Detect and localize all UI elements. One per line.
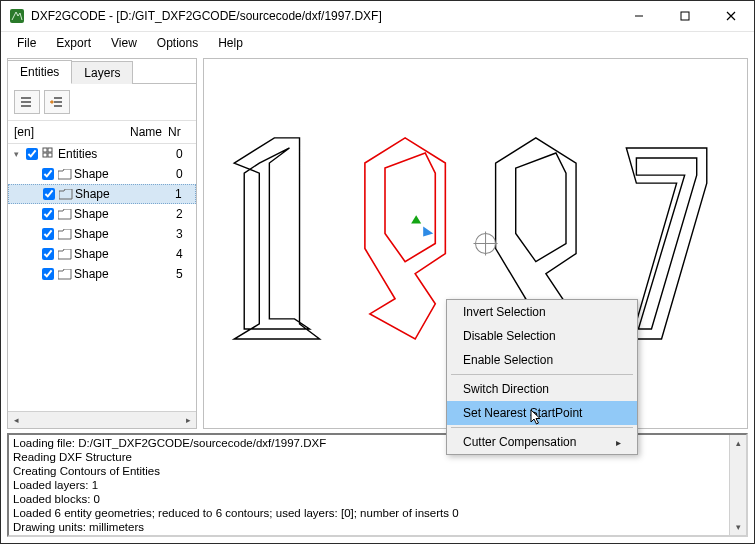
tree-nr: 0 [176, 147, 196, 161]
tree-label: Shape [74, 267, 176, 281]
svg-rect-2 [43, 148, 47, 152]
tree-nr: 0 [176, 167, 196, 181]
tree-nr: 3 [176, 227, 196, 241]
left-panel: Entities Layers [7, 58, 197, 429]
tree-expander-icon[interactable]: ▾ [14, 149, 26, 159]
window-title: DXF2GCODE - [D:/GIT_DXF2GCODE/sourcecode… [31, 9, 382, 23]
log-line: Loaded 6 entity geometries; reduced to 6… [13, 506, 725, 520]
tree-row-shape[interactable]: Shape 0 [8, 164, 196, 184]
tree-row-shape[interactable]: Shape 5 [8, 264, 196, 284]
scroll-left-icon[interactable]: ◂ [8, 412, 24, 428]
scroll-right-icon[interactable]: ▸ [180, 412, 196, 428]
context-menu: Invert Selection Disable Selection Enabl… [446, 299, 638, 455]
menu-file[interactable]: File [7, 34, 46, 52]
tree-nr: 2 [176, 207, 196, 221]
folder-icon [57, 189, 75, 200]
svg-rect-1 [681, 12, 689, 20]
context-separator [451, 427, 633, 428]
log-line: Creating Contours of Entities [13, 464, 725, 478]
scroll-down-icon[interactable]: ▾ [730, 519, 746, 535]
tree-nr: 5 [176, 267, 196, 281]
menubar: File Export View Options Help [1, 32, 754, 54]
tree-row-shape[interactable]: Shape 4 [8, 244, 196, 264]
folder-icon [56, 249, 74, 260]
tree-col-lang: [en] [14, 125, 48, 139]
folder-icon [56, 209, 74, 220]
context-enable-selection[interactable]: Enable Selection [447, 348, 637, 372]
app-icon [9, 8, 25, 24]
tree-row-shape[interactable]: Shape 1 [8, 184, 196, 204]
tree-col-name: Name [48, 125, 168, 139]
folder-icon [56, 229, 74, 240]
collapse-all-button[interactable] [14, 90, 40, 114]
svg-rect-4 [43, 153, 47, 157]
tree-checkbox[interactable] [43, 188, 57, 200]
tab-layers[interactable]: Layers [72, 61, 133, 84]
menu-help[interactable]: Help [208, 34, 253, 52]
maximize-button[interactable] [662, 1, 708, 31]
svg-rect-0 [10, 9, 24, 23]
tree-row-shape[interactable]: Shape 3 [8, 224, 196, 244]
tree-nr: 4 [176, 247, 196, 261]
scroll-up-icon[interactable]: ▴ [730, 435, 746, 451]
tree-row-entities[interactable]: ▾ Entities 0 [8, 144, 196, 164]
tree-checkbox[interactable] [42, 208, 56, 220]
tree-checkbox[interactable] [26, 148, 40, 160]
svg-rect-3 [48, 148, 52, 152]
close-button[interactable] [708, 1, 754, 31]
tree-nr: 1 [175, 187, 195, 201]
minimize-button[interactable] [616, 1, 662, 31]
menu-export[interactable]: Export [46, 34, 101, 52]
menu-view[interactable]: View [101, 34, 147, 52]
context-disable-selection[interactable]: Disable Selection [447, 324, 637, 348]
tree-label: Shape [74, 167, 176, 181]
context-switch-direction[interactable]: Switch Direction [447, 377, 637, 401]
context-invert-selection[interactable]: Invert Selection [447, 300, 637, 324]
log-line: Loaded layers: 1 [13, 478, 725, 492]
mouse-cursor-icon [530, 409, 546, 425]
grid-icon [40, 147, 58, 161]
submenu-arrow-icon: ▸ [616, 437, 621, 448]
context-separator [451, 374, 633, 375]
titlebar: DXF2GCODE - [D:/GIT_DXF2GCODE/sourcecode… [1, 1, 754, 32]
tree-label: Shape [74, 227, 176, 241]
tree-checkbox[interactable] [42, 268, 56, 280]
log-line: Loaded blocks: 0 [13, 492, 725, 506]
tree-checkbox[interactable] [42, 168, 56, 180]
tree-checkbox[interactable] [42, 248, 56, 260]
tree-col-nr: Nr [168, 125, 190, 139]
tree-hscrollbar[interactable]: ◂ ▸ [8, 411, 196, 428]
tree-label: Shape [75, 187, 175, 201]
log-vscrollbar[interactable]: ▴ ▾ [729, 435, 746, 535]
menu-options[interactable]: Options [147, 34, 208, 52]
folder-icon [56, 169, 74, 180]
tab-entities[interactable]: Entities [8, 60, 72, 84]
tree-label: Shape [74, 247, 176, 261]
context-cutter-compensation[interactable]: Cutter Compensation ▸ [447, 430, 637, 454]
svg-rect-5 [48, 153, 52, 157]
drawing-canvas[interactable]: Invert Selection Disable Selection Enabl… [203, 58, 748, 429]
tree-label: Entities [58, 147, 176, 161]
tree-checkbox[interactable] [42, 228, 56, 240]
tree-header: [en] Name Nr [8, 120, 196, 144]
log-line: Drawing units: millimeters [13, 520, 725, 534]
tree-label: Shape [74, 207, 176, 221]
tree-row-shape[interactable]: Shape 2 [8, 204, 196, 224]
expand-all-button[interactable] [44, 90, 70, 114]
folder-icon [56, 269, 74, 280]
